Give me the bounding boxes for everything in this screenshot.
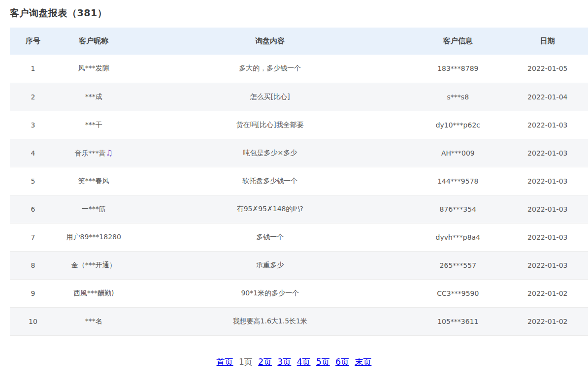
pagination-page-4[interactable]: 4页	[297, 357, 311, 367]
cell-date: 2022-01-02	[507, 307, 588, 335]
cell-nickname: 用户89***18280	[56, 223, 131, 251]
cell-customer: s***s8	[409, 83, 507, 111]
cell-index: 3	[10, 111, 56, 139]
cell-content: 货在吗[比心]我全部要	[131, 111, 409, 139]
column-header-date: 日期	[507, 28, 588, 55]
table-row: 6一***筋有95✗95✗148的吗?876***3542022-01-03	[10, 195, 588, 223]
cell-nickname: ***名	[56, 307, 131, 335]
pagination: 首页 1页 2页 3页 4页 5页 6页 末页	[0, 356, 588, 368]
cell-index: 7	[10, 223, 56, 251]
table-row: 9西風***酬勤)90*1米的多少一个CC3***95902022-01-02	[10, 279, 588, 307]
music-notes-emoji: ♫	[106, 148, 113, 158]
cell-content: 多大的，多少钱一个	[131, 55, 409, 83]
table-row: 10***名我想要高1.6大1.5长1米105***36112022-01-02	[10, 307, 588, 335]
table-row: 3***干货在吗[比心]我全部要dy10***p62c2022-01-03	[10, 111, 588, 139]
pagination-page-1: 1页	[239, 357, 253, 367]
cell-content: 有95✗95✗148的吗?	[131, 195, 409, 223]
cell-index: 8	[10, 251, 56, 279]
table-header: 序号客户昵称询盘内容客户信息日期	[10, 28, 588, 55]
pagination-page-5[interactable]: 5页	[316, 357, 330, 367]
cell-customer: 183***8789	[409, 55, 507, 83]
cell-nickname: 音乐***营♫	[56, 139, 131, 167]
cell-date: 2022-01-05	[507, 55, 588, 83]
cell-date: 2022-01-04	[507, 83, 588, 111]
cell-nickname: 金（***开通）	[56, 251, 131, 279]
cell-nickname: ***干	[56, 111, 131, 139]
column-header-content: 询盘内容	[131, 28, 409, 55]
pagination-page-6[interactable]: 6页	[335, 357, 349, 367]
cell-date: 2022-01-03	[507, 111, 588, 139]
table-row: 2***成怎么买[比心]s***s82022-01-04	[10, 83, 588, 111]
cell-content: 我想要高1.6大1.5长1米	[131, 307, 409, 335]
cell-index: 9	[10, 279, 56, 307]
pagination-page-2[interactable]: 2页	[258, 357, 272, 367]
cell-nickname: 西風***酬勤)	[56, 279, 131, 307]
table-row: 4音乐***营♫吨包是多少×多少AH***0092022-01-03	[10, 139, 588, 167]
cell-content: 90*1米的多少一个	[131, 279, 409, 307]
column-header-index: 序号	[10, 28, 56, 55]
cell-date: 2022-01-03	[507, 167, 588, 195]
cell-customer: dyvh***p8a4	[409, 223, 507, 251]
cell-date: 2022-01-03	[507, 223, 588, 251]
cell-content: 软托盘多少钱一个	[131, 167, 409, 195]
cell-index: 2	[10, 83, 56, 111]
cell-customer: AH***009	[409, 139, 507, 167]
cell-customer: dy10***p62c	[409, 111, 507, 139]
cell-index: 5	[10, 167, 56, 195]
column-header-customer: 客户信息	[409, 28, 507, 55]
pagination-last[interactable]: 末页	[355, 357, 371, 367]
pagination-first[interactable]: 首页	[217, 357, 233, 367]
table-row: 7用户89***18280多钱一个dyvh***p8a42022-01-03	[10, 223, 588, 251]
cell-customer: 876***354	[409, 195, 507, 223]
cell-customer: 144***9578	[409, 167, 507, 195]
table-body: 1风***发隙多大的，多少钱一个183***87892022-01-052***…	[10, 55, 588, 335]
cell-index: 4	[10, 139, 56, 167]
cell-index: 1	[10, 55, 56, 83]
cell-date: 2022-01-03	[507, 139, 588, 167]
cell-customer: CC3***9590	[409, 279, 507, 307]
column-header-nickname: 客户昵称	[56, 28, 131, 55]
table-row: 5笑***春风软托盘多少钱一个144***95782022-01-03	[10, 167, 588, 195]
table-row: 1风***发隙多大的，多少钱一个183***87892022-01-05	[10, 55, 588, 83]
cell-nickname: 一***筋	[56, 195, 131, 223]
cell-content: 多钱一个	[131, 223, 409, 251]
cell-nickname: 笑***春风	[56, 167, 131, 195]
cell-customer: 105***3611	[409, 307, 507, 335]
table-header-row: 序号客户昵称询盘内容客户信息日期	[10, 28, 588, 55]
cell-customer: 265***557	[409, 251, 507, 279]
cell-content: 吨包是多少×多少	[131, 139, 409, 167]
inquiry-report-table: 序号客户昵称询盘内容客户信息日期 1风***发隙多大的，多少钱一个183***8…	[10, 28, 588, 336]
cell-content: 承重多少	[131, 251, 409, 279]
cell-index: 6	[10, 195, 56, 223]
cell-nickname: ***成	[56, 83, 131, 111]
cell-index: 10	[10, 307, 56, 335]
cell-date: 2022-01-02	[507, 279, 588, 307]
cell-date: 2022-01-03	[507, 195, 588, 223]
cell-date: 2022-01-03	[507, 251, 588, 279]
cell-content: 怎么买[比心]	[131, 83, 409, 111]
page-title: 客户询盘报表（381）	[10, 7, 588, 20]
cell-nickname: 风***发隙	[56, 55, 131, 83]
pagination-page-3[interactable]: 3页	[277, 357, 291, 367]
table-row: 8金（***开通）承重多少265***5572022-01-03	[10, 251, 588, 279]
